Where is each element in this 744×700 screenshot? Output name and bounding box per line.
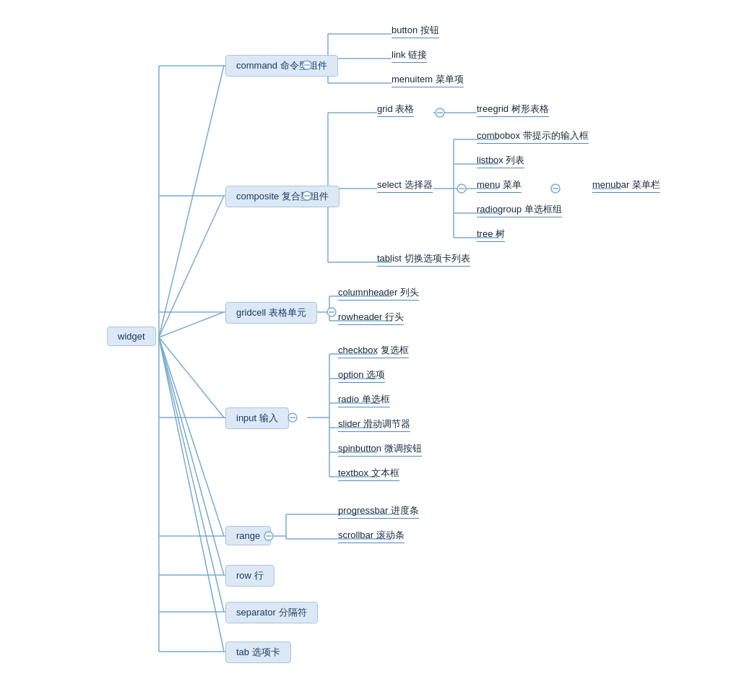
radio-node: radio 单选框 (338, 393, 390, 407)
tablist-node: tablist 切换选项卡列表 (377, 252, 470, 267)
mind-map-diagram: widget command 命令型组件 button 按钮 link 链接 m… (0, 0, 744, 700)
treegrid-node: treegrid 树形表格 (477, 103, 549, 117)
menu-label: menu 菜单 (477, 178, 522, 193)
spinbutton-node: spinbutton 微调按钮 (338, 442, 422, 457)
select-node: select 选择器 (377, 178, 433, 193)
svg-line-1 (159, 196, 224, 337)
menuitem-label: menuitem 菜单项 (392, 73, 464, 87)
slider-node: slider 滑动调节器 (338, 418, 410, 432)
range-collapse[interactable] (264, 531, 274, 543)
link-node: link 链接 (392, 48, 427, 63)
widget-box: widget (107, 327, 156, 346)
treegrid-label: treegrid 树形表格 (477, 103, 549, 117)
svg-line-3 (159, 337, 224, 418)
row-node: row 行 (225, 565, 274, 587)
svg-line-6 (159, 337, 224, 612)
composite-node: composite 复合型组件 (225, 186, 339, 207)
checkbox-label: checkbox 复选框 (338, 344, 409, 358)
listbox-label: listbox 列表 (477, 154, 524, 168)
slider-label: slider 滑动调节器 (338, 418, 410, 432)
tab-box: tab 选项卡 (225, 641, 291, 663)
command-node: command 命令型组件 (225, 55, 338, 77)
rowheader-node: rowheader 行头 (338, 311, 404, 325)
radio-label: radio 单选框 (338, 393, 390, 407)
checkbox-node: checkbox 复选框 (338, 344, 409, 358)
textbox-label: textbox 文本框 (338, 467, 399, 481)
button-label: button 按钮 (392, 24, 439, 38)
radiogroup-label: radiogroup 单选框组 (477, 203, 562, 217)
gridcell-node: gridcell 表格单元 (225, 302, 317, 324)
radiogroup-node: radiogroup 单选框组 (477, 203, 562, 217)
widget-node: widget (107, 327, 156, 346)
composite-box: composite 复合型组件 (225, 186, 339, 207)
svg-line-5 (159, 337, 224, 575)
grid-label: grid 表格 (377, 103, 414, 117)
grid-node: grid 表格 (377, 103, 414, 117)
menubar-node: menubar 菜单栏 (592, 178, 660, 193)
gridcell-collapse[interactable] (326, 307, 337, 319)
option-label: option 选项 (338, 368, 385, 383)
menubar-label: menubar 菜单栏 (592, 178, 660, 193)
command-box: command 命令型组件 (225, 55, 338, 77)
menu-collapse[interactable] (550, 183, 561, 196)
svg-line-2 (159, 312, 224, 337)
menu-node: menu 菜单 (477, 178, 522, 193)
command-collapse[interactable] (302, 60, 312, 72)
menuitem-node: menuitem 菜单项 (392, 73, 464, 87)
option-node: option 选项 (338, 368, 385, 383)
columnheader-label: columnheader 列头 (338, 286, 419, 301)
scrollbar-node: scrollbar 滚动条 (338, 529, 405, 543)
tab-node: tab 选项卡 (225, 641, 291, 663)
scrollbar-label: scrollbar 滚动条 (338, 529, 405, 543)
tree-label: tree 树 (477, 228, 505, 242)
button-node: button 按钮 (392, 24, 439, 38)
columnheader-node: columnheader 列头 (338, 286, 419, 301)
input-collapse[interactable] (287, 412, 298, 425)
combobox-label: combobox 带提示的输入框 (477, 129, 589, 144)
composite-collapse[interactable] (302, 191, 312, 203)
progressbar-node: progressbar 进度条 (338, 504, 419, 519)
separator-node: separator 分隔符 (225, 602, 318, 623)
link-label: link 链接 (392, 48, 427, 63)
svg-line-0 (159, 66, 224, 337)
combobox-node: combobox 带提示的输入框 (477, 129, 589, 144)
progressbar-label: progressbar 进度条 (338, 504, 419, 519)
textbox-node: textbox 文本框 (338, 467, 399, 481)
svg-line-7 (159, 337, 224, 652)
select-label: select 选择器 (377, 178, 433, 193)
separator-box: separator 分隔符 (225, 602, 318, 623)
select-collapse[interactable] (457, 183, 467, 196)
spinbutton-label: spinbutton 微调按钮 (338, 442, 422, 457)
gridcell-box: gridcell 表格单元 (225, 302, 317, 324)
listbox-node: listbox 列表 (477, 154, 524, 168)
input-box: input 输入 (225, 407, 289, 429)
row-box: row 行 (225, 565, 274, 587)
grid-collapse[interactable] (435, 108, 445, 120)
tree-node: tree 树 (477, 228, 505, 242)
rowheader-label: rowheader 行头 (338, 311, 404, 325)
tablist-label: tablist 切换选项卡列表 (377, 252, 470, 267)
svg-line-4 (159, 337, 224, 536)
input-node: input 输入 (225, 407, 289, 429)
